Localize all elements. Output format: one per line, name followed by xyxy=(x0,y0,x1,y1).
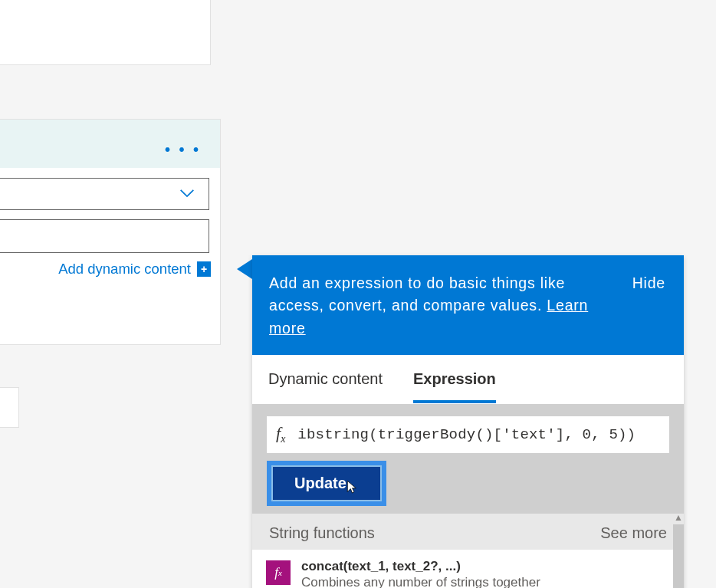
section-title: String functions xyxy=(269,524,375,542)
partial-card-top xyxy=(0,0,211,65)
text-input[interactable] xyxy=(0,219,209,253)
tab-expression[interactable]: Expression xyxy=(413,370,496,403)
see-more-link[interactable]: See more xyxy=(600,524,667,542)
action-card: • • • Add dynamic content + xyxy=(0,119,221,345)
update-button-highlight: Update xyxy=(267,461,386,506)
scroll-up-icon[interactable]: ▲ xyxy=(674,512,683,521)
flyout-header-sentence: Add an expression to do basic things lik… xyxy=(269,274,565,314)
add-dynamic-content-label: Add dynamic content xyxy=(58,261,191,278)
action-card-header: • • • xyxy=(0,120,220,168)
fx-icon: fx xyxy=(276,423,285,445)
tab-dynamic-content[interactable]: Dynamic content xyxy=(268,370,383,403)
partial-card-bottom xyxy=(0,387,19,428)
function-item-concat[interactable]: fx concat(text_1, text_2?, ...) Combines… xyxy=(252,550,684,588)
cursor-icon xyxy=(343,479,359,496)
scrollbar-thumb[interactable] xyxy=(673,524,684,588)
expression-value: ibstring(triggerBody()['text'], 0, 5)) xyxy=(297,426,636,443)
chevron-down-icon xyxy=(179,188,195,202)
update-button-label: Update xyxy=(294,475,347,492)
expression-input-area: fx ibstring(triggerBody()['text'], 0, 5)… xyxy=(252,404,684,514)
flyout-header: Add an expression to do basic things lik… xyxy=(252,255,684,355)
function-title: concat(text_1, text_2?, ...) xyxy=(301,559,540,574)
expression-input[interactable]: fx ibstring(triggerBody()['text'], 0, 5)… xyxy=(267,416,669,453)
function-description: Combines any number of strings together xyxy=(301,575,540,588)
hide-link[interactable]: Hide xyxy=(632,272,665,294)
expression-flyout: Add an expression to do basic things lik… xyxy=(252,255,684,588)
callout-arrow-icon xyxy=(237,259,252,279)
add-dynamic-content-link[interactable]: Add dynamic content + xyxy=(58,261,211,278)
plus-icon: + xyxy=(197,261,211,277)
functions-section-header: String functions See more xyxy=(252,514,684,550)
update-button[interactable]: Update xyxy=(271,465,382,501)
flyout-tabs: Dynamic content Expression xyxy=(252,355,684,404)
fx-badge-icon: fx xyxy=(266,560,291,585)
dropdown-field[interactable] xyxy=(0,178,209,210)
flyout-header-text: Add an expression to do basic things lik… xyxy=(269,272,599,340)
more-icon[interactable]: • • • xyxy=(165,141,201,159)
